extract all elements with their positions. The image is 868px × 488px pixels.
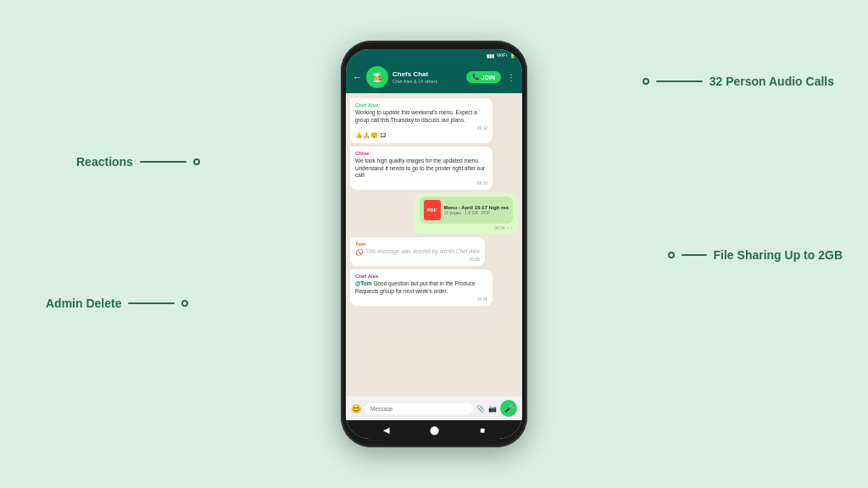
header-info: Chefs Chat Chef Alex & 14 others (392, 70, 462, 84)
emoji-button[interactable]: 😊 (351, 404, 361, 413)
reactions-label: Reactions (76, 155, 133, 169)
msg-time-2: 09:33 (355, 180, 487, 186)
file-sharing-label: File Sharing Up to 2GB (714, 248, 843, 262)
nav-home[interactable]: ⬤ (430, 425, 439, 435)
status-signal: ▮▮▮ (487, 53, 494, 58)
audio-calls-line (656, 80, 703, 82)
reactions-dot (193, 158, 200, 165)
message-input[interactable] (364, 403, 473, 414)
file-sharing-line (682, 254, 707, 256)
chat-area: Chef Alex Working to update this weekend… (346, 93, 522, 396)
admin-delete-dot (181, 300, 188, 307)
status-wifi: WiFi (497, 53, 507, 58)
file-meta: 12 pages · 1.8 GB · PDF (444, 210, 509, 215)
file-details: Menu - April 15-17 high res 12 pages · 1… (444, 205, 509, 215)
file-sharing-callout: File Sharing Up to 2GB (668, 248, 843, 262)
camera-button[interactable]: 📷 (488, 405, 497, 413)
sender-tom: Tom (355, 241, 480, 247)
audio-calls-dot (643, 78, 649, 85)
audio-calls-label: 32 Person Audio Calls (709, 75, 834, 88)
message-4-deleted: Tom 🚫 This message was deleted by admin … (350, 237, 485, 266)
nav-back[interactable]: ◀ (383, 425, 390, 435)
reactions-callout: Reactions (76, 155, 200, 169)
chat-header: ← 👨‍🍳 Chefs Chat Chef Alex & 14 others 📞… (346, 61, 522, 93)
mention-tom: @Tom (355, 280, 372, 286)
file-sharing-dot (668, 252, 675, 258)
msg-time-1: 09:12 (355, 125, 487, 131)
group-subtitle: Chef Alex & 14 others (392, 79, 462, 85)
msg-text-2: We took high quality images for the upda… (355, 158, 487, 180)
block-icon: 🚫 (355, 248, 363, 256)
join-button[interactable]: 📞 JOIN (466, 71, 501, 83)
sender-chef-alex: Chef Alex (355, 102, 487, 108)
call-icon: 📞 (472, 74, 480, 80)
menu-button[interactable]: ⋮ (507, 73, 515, 82)
msg-text-1: Working to update this weekend's menu. E… (355, 109, 487, 125)
status-bar: ▮▮▮ WiFi 🔋 (346, 49, 522, 61)
admin-delete-callout: Admin Delete (46, 297, 188, 310)
msg-time-5: 10:06 (355, 297, 487, 302)
nav-bar: ◀ ⬤ ■ (346, 420, 522, 439)
pdf-icon: PDF (424, 200, 441, 220)
deleted-message: 🚫 This message was deleted by admin Chef… (355, 248, 480, 256)
avatar-icon: 👨‍🍳 (372, 73, 382, 82)
sender-chef-alex-2: Chef Alex (355, 273, 487, 280)
mic-button[interactable]: 🎤 (500, 400, 517, 417)
audio-calls-callout: 32 Person Audio Calls (643, 75, 834, 88)
deleted-text: This message was deleted by admin Chef A… (365, 248, 480, 256)
nav-recents[interactable]: ■ (480, 425, 485, 435)
message-3-file: PDF Menu - April 15-17 high res 12 pages… (415, 193, 518, 234)
msg-time-4: 10:06 (355, 257, 480, 263)
join-label: JOIN (481, 75, 495, 80)
attach-button[interactable]: 📎 (476, 405, 485, 413)
msg-time-3: 09:34 ✓✓ (420, 225, 513, 230)
group-avatar: 👨‍🍳 (366, 66, 388, 88)
msg-reactions-1: 👍🙏😯 12 (355, 131, 487, 139)
sender-chloe: Chloe (355, 150, 487, 157)
admin-delete-label: Admin Delete (46, 297, 121, 310)
status-battery: 🔋 (509, 53, 515, 58)
input-bar: 😊 📎 📷 🎤 (346, 396, 522, 420)
reactions-line (140, 161, 186, 163)
phone-mockup: ▮▮▮ WiFi 🔋 ← 👨‍🍳 Chefs Chat Chef Alex & … (341, 41, 527, 447)
message-5: Chef Alex @Tom Good question but put tha… (350, 269, 492, 305)
back-button[interactable]: ← (353, 72, 362, 82)
read-tick: ✓✓ (506, 225, 513, 230)
admin-delete-line (128, 302, 175, 304)
message-2: Chloe We took high quality images for th… (350, 147, 492, 190)
file-attachment: PDF Menu - April 15-17 high res 12 pages… (420, 197, 513, 224)
group-title: Chefs Chat (392, 70, 462, 79)
message-1: Chef Alex Working to update this weekend… (350, 98, 492, 143)
phone-screen: ▮▮▮ WiFi 🔋 ← 👨‍🍳 Chefs Chat Chef Alex & … (346, 49, 522, 439)
phone-frame: ▮▮▮ WiFi 🔋 ← 👨‍🍳 Chefs Chat Chef Alex & … (341, 41, 527, 447)
msg-text-5: @Tom Good question but put that in the P… (355, 280, 487, 296)
